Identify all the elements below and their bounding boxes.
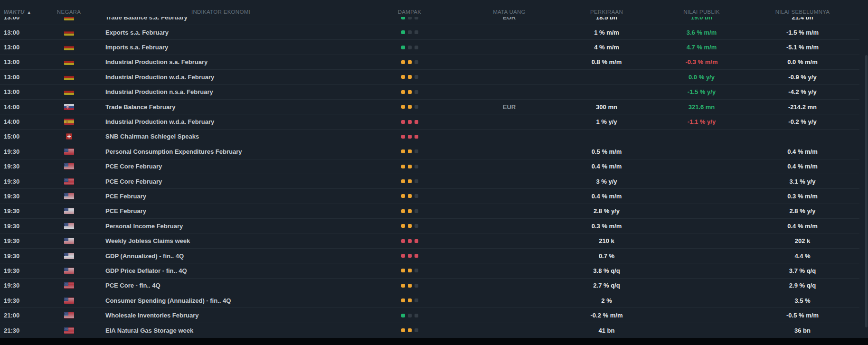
impact-dot <box>401 46 405 49</box>
calendar-row[interactable]: 13:00Industrial Production w.d.a. Februa… <box>0 69 859 84</box>
impact-indicator <box>356 328 463 332</box>
indicator-label: Personal Consumption Expenditures Februa… <box>85 148 356 155</box>
previous-value: -0.5 % m/m <box>745 312 859 319</box>
united-states-flag-icon <box>64 282 74 289</box>
scrollbar-thumb[interactable] <box>865 55 868 327</box>
column-header-waktu[interactable]: WAKTU ▲ <box>0 9 52 15</box>
impact-dot <box>415 30 418 34</box>
impact-indicator <box>356 209 463 213</box>
calendar-row[interactable]: 13:00Exports s.a. February1 % m/m3.6 % m… <box>0 25 859 39</box>
forecast-value: 2.7 % q/q <box>556 282 658 289</box>
calendar-row[interactable]: 21:30EIA Natural Gas Storage week41 bn36… <box>0 323 859 337</box>
column-header-nilai-sebelumnya[interactable]: NILAI SEBELUMNYA <box>745 9 859 15</box>
calendar-row[interactable]: 19:30PCE Core February3 % y/y3.1 % y/y <box>0 174 859 188</box>
calendar-row[interactable]: 19:30GDP (Annualized) - fin.. 4Q0.7 %4.4… <box>0 248 859 263</box>
indicator-label: PCE February <box>85 207 356 214</box>
calendar-row[interactable]: 15:00SNB Chairman Schlegel Speaks <box>0 129 859 144</box>
calendar-row[interactable]: 13:00Imports s.a. February4 % m/m4.7 % m… <box>0 39 859 54</box>
impact-indicator <box>356 120 463 124</box>
actual-value: 0.0 % y/y <box>658 74 745 81</box>
calendar-row[interactable]: 13:00Trade Balance s.a. FebruaryEUR18.5 … <box>0 17 859 25</box>
country-cell <box>52 104 85 110</box>
impact-dot <box>408 149 412 153</box>
forecast-value: 210 k <box>556 237 658 244</box>
impact-dot <box>401 179 405 183</box>
vertical-scrollbar[interactable] <box>864 17 868 338</box>
column-label-nilai-publik: NILAI PUBLIK <box>683 9 719 15</box>
time-cell: 13:00 <box>0 58 52 65</box>
calendar-row[interactable]: 14:00Industrial Production w.d.a. Februa… <box>0 114 859 129</box>
impact-dot <box>415 165 418 168</box>
indicator-label: SNB Chairman Schlegel Speaks <box>85 133 356 140</box>
calendar-row[interactable]: 19:30Consumer Spending (Annualized) - fi… <box>0 293 859 308</box>
calendar-row[interactable]: 21:00Wholesale Inventories February-0.2 … <box>0 308 859 322</box>
time-cell: 14:00 <box>0 103 52 111</box>
time-cell: 19:30 <box>0 237 52 244</box>
germany-flag-icon <box>64 29 74 36</box>
impact-dot <box>415 284 418 288</box>
calendar-row[interactable]: 19:30Personal Consumption Expenditures F… <box>0 144 859 159</box>
indicator-label: PCE Core February <box>85 178 356 185</box>
impact-dot <box>408 239 412 243</box>
impact-dot <box>408 209 412 213</box>
impact-dot <box>408 269 412 272</box>
impact-dot <box>415 90 418 94</box>
impact-dot <box>401 105 405 109</box>
impact-dot <box>408 46 412 49</box>
column-header-nilai-publik[interactable]: NILAI PUBLIK <box>658 9 745 15</box>
calendar-row[interactable]: 19:30PCE Core - fin.. 4Q2.7 % q/q2.9 % q… <box>0 278 859 293</box>
calendar-row[interactable]: 19:30PCE February0.4 % m/m0.3 % m/m <box>0 188 859 203</box>
calendar-row[interactable]: 19:30Weekly Jobless Claims week210 k202 … <box>0 233 859 248</box>
impact-dot <box>401 314 405 317</box>
calendar-row[interactable]: 19:30Personal Income February0.3 % m/m0.… <box>0 218 859 233</box>
indicator-label: Weekly Jobless Claims week <box>85 237 356 244</box>
previous-value: 2.9 % q/q <box>745 282 859 289</box>
column-label-dampak: DAMPAK <box>398 9 422 15</box>
country-cell <box>52 89 85 95</box>
previous-value: -0.9 % y/y <box>745 74 859 81</box>
united-states-flag-icon <box>64 298 74 304</box>
calendar-row[interactable]: 19:30GDP Price Deflator - fin.. 4Q3.8 % … <box>0 263 859 278</box>
time-cell: 19:30 <box>0 163 52 170</box>
impact-dot <box>415 120 418 124</box>
country-cell <box>52 178 85 185</box>
impact-dot <box>401 135 405 139</box>
impact-indicator <box>356 75 463 79</box>
impact-dot <box>401 120 405 124</box>
country-cell <box>52 29 85 36</box>
country-cell <box>52 59 85 65</box>
calendar-row[interactable]: 19:30PCE February2.8 % y/y2.8 % y/y <box>0 204 859 218</box>
impact-dot <box>415 60 418 64</box>
impact-dot <box>408 328 412 332</box>
column-label-perkiraan: PERKIRAAN <box>590 9 623 15</box>
time-cell: 19:30 <box>0 282 52 289</box>
time-cell: 19:30 <box>0 193 52 200</box>
impact-dot <box>408 194 412 198</box>
slovakia-flag-icon <box>64 104 74 110</box>
calendar-row[interactable]: 14:00Trade Balance FebruaryEUR300 mn321.… <box>0 99 859 114</box>
actual-value: -0.3 % m/m <box>658 58 745 65</box>
calendar-row[interactable]: 13:00Industrial Production n.s.a. Februa… <box>0 84 859 99</box>
column-header-mata-uang[interactable]: MATA UANG <box>463 9 556 15</box>
indicator-label: Industrial Production n.s.a. February <box>85 88 356 95</box>
column-header-dampak[interactable]: DAMPAK <box>356 9 463 15</box>
impact-dot <box>415 75 418 79</box>
calendar-row[interactable]: 19:30PCE Core February0.4 % m/m0.4 % m/m <box>0 159 859 174</box>
impact-dot <box>401 60 405 64</box>
impact-indicator <box>356 314 463 317</box>
germany-flag-icon <box>64 89 74 95</box>
calendar-row[interactable]: 13:00Industrial Production s.a. February… <box>0 55 859 69</box>
economic-calendar: WAKTU ▲ NEGARA INDIKATOR EKONOMI DAMPAK … <box>0 0 868 345</box>
column-header-indikator-ekonomi[interactable]: INDIKATOR EKONOMI <box>85 9 356 15</box>
column-header-negara[interactable]: NEGARA <box>52 9 85 15</box>
impact-indicator <box>356 224 463 228</box>
time-cell: 13:00 <box>0 29 52 36</box>
country-cell <box>52 44 85 50</box>
actual-value: 19.0 bn <box>658 17 745 21</box>
time-cell: 14:00 <box>0 118 52 125</box>
germany-flag-icon <box>64 44 74 50</box>
column-header-perkiraan[interactable]: PERKIRAAN <box>556 9 658 15</box>
impact-dot <box>408 135 412 139</box>
previous-value: 202 k <box>745 237 859 244</box>
actual-value: -1.5 % y/y <box>658 88 745 95</box>
